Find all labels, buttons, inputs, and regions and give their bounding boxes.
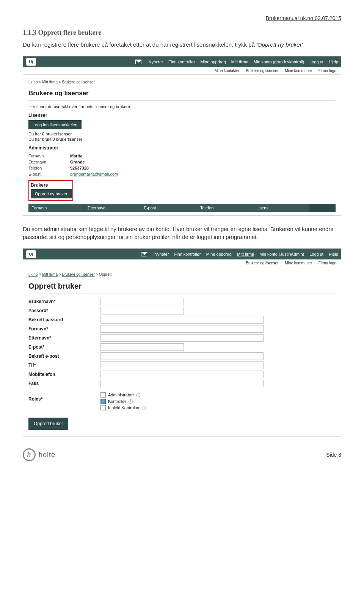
input-bekreft-passord[interactable]: [100, 316, 264, 324]
th-lisens: Lisens: [253, 204, 309, 212]
th-epost: E-post: [141, 204, 197, 212]
input-passord[interactable]: [100, 307, 184, 314]
input-tlf[interactable]: [100, 361, 264, 369]
nav-mine-oppdrag[interactable]: Mine oppdrag: [204, 249, 234, 259]
screenshot-brukere-og-lisenser: U( Nyheter Finn kontrollør Mine oppdrag …: [23, 56, 341, 215]
mail-icon[interactable]: [141, 252, 147, 256]
users-table-header: Fornavn Etternavn E-post Telefon Lisens: [28, 204, 336, 212]
nav-nyheter[interactable]: Nyheter: [146, 57, 166, 67]
role-admin-label: Administratorr: [108, 393, 134, 397]
administrator-label: Administrator: [28, 145, 336, 151]
checkbox-kontrollor[interactable]: ✓: [100, 399, 106, 404]
input-bekreft-epost[interactable]: [100, 352, 264, 360]
license-count-2: Du har brukt 0 brukerlisenser: [28, 137, 336, 141]
th-telefon: Telefon: [197, 204, 253, 212]
subnav-firma-logo[interactable]: Firma logo: [318, 261, 336, 265]
admin-epost-k: E-post: [28, 172, 70, 176]
label-fornavn: Fornavn*: [28, 326, 100, 332]
nav-finn-kontrollor[interactable]: Finn kontrollør: [166, 57, 198, 67]
nav-logg-ut[interactable]: Logg ut: [307, 249, 326, 259]
th-etternavn: Etternavn: [85, 204, 141, 212]
label-passord: Passord*: [28, 308, 100, 313]
admin-fornavn-v: Marita: [70, 154, 82, 158]
label-faks: Faks: [28, 381, 100, 386]
input-faks[interactable]: [100, 380, 264, 387]
intro-ref: 'Opprett ny bruker': [256, 41, 303, 48]
screenshot-opprett-bruker: U( Nyheter Finn kontrollør Mine oppdrag …: [23, 248, 341, 437]
opprett-ny-bruker-button[interactable]: Opprett ny bruker: [31, 189, 72, 198]
crumb-brukere[interactable]: Brukere og lisenser: [62, 272, 94, 277]
label-bekreft-epost: Bekreft e-post: [28, 354, 100, 359]
label-tlf: Tlf*: [28, 363, 100, 368]
app-header: U( Nyheter Finn kontrollør Mine oppdrag …: [23, 57, 341, 67]
intro-paragraph: Du kan registrere flere brukere på foret…: [23, 41, 341, 49]
input-fornavn[interactable]: [100, 325, 264, 333]
nav-nyheter[interactable]: Nyheter: [152, 249, 172, 259]
breadcrumb-2: uk.no > Mitt firma > Brukere og lisenser…: [28, 272, 336, 277]
info-icon[interactable]: i: [142, 406, 146, 410]
page-title: Brukere og lisenser: [28, 90, 336, 97]
legg-inn-lisens-button[interactable]: Legg inn lisensnøkkelen: [28, 120, 82, 129]
between-paragraph: Du som administrator kan legge til ny br…: [23, 225, 341, 241]
input-brukernavn[interactable]: [100, 298, 184, 305]
crumb-ukno[interactable]: uk.no: [28, 272, 38, 277]
subnav-2: Brukere og lisenser Mine kommuner Firma …: [23, 259, 341, 267]
info-icon[interactable]: i: [129, 399, 133, 404]
subnav: Mine kontakter Brukere og lisenser Mine …: [23, 67, 341, 75]
nav-min-konto[interactable]: Min konto (JustinAdmin): [257, 249, 307, 259]
nav-mine-oppdrag[interactable]: Mine oppdrag: [198, 57, 228, 67]
crumb-mitt-firma[interactable]: Mitt firma: [42, 80, 58, 84]
page-title-2: Opprett bruker: [28, 282, 336, 291]
nav-min-konto[interactable]: Min konto (grandeskontroll): [251, 57, 307, 67]
holte-logo-text: holte: [39, 451, 55, 459]
role-innleid-label: Innleid Kontrollør: [108, 405, 140, 410]
label-epost: E-post*: [28, 344, 100, 350]
label-roles: Roles*: [28, 391, 100, 402]
input-mobil[interactable]: [100, 371, 264, 378]
crumb-ukno[interactable]: uk.no: [28, 80, 38, 84]
label-etternavn: Etternavn*: [28, 335, 100, 341]
checkbox-innleid-kontrollor[interactable]: [100, 405, 106, 410]
subnav-mine-kommuner[interactable]: Mine kommuner: [285, 261, 312, 265]
subnav-brukere[interactable]: Brukere og lisenser: [246, 69, 278, 73]
admin-fornavn-k: Fornavn: [28, 154, 70, 158]
holte-logo-icon: h: [23, 448, 36, 461]
admin-telefon-k: Telefon: [28, 166, 70, 170]
uk-logo: U(: [26, 250, 36, 258]
subnav-mine-kommuner[interactable]: Mine kommuner: [285, 69, 312, 73]
subnav-mine-kontakter[interactable]: Mine kontakter: [215, 69, 240, 73]
input-etternavn[interactable]: [100, 334, 264, 342]
doc-header: Brukermanual uk.no 03.07.2015: [23, 15, 341, 21]
app-header-2: U( Nyheter Finn kontrollør Mine oppdrag …: [23, 249, 341, 259]
subnav-firma-logo[interactable]: Firma logo: [318, 69, 336, 73]
divider: [28, 294, 336, 294]
mail-icon[interactable]: [135, 60, 141, 64]
opprett-bruker-submit-button[interactable]: Opprett bruker: [28, 418, 68, 430]
label-mobil: Mobiltelefon: [28, 372, 100, 377]
th-actions: [309, 204, 336, 212]
label-brukernavn: Brukernavn*: [28, 299, 100, 304]
admin-etternavn-v: Grande: [70, 160, 85, 164]
crumb-current: Opprett: [99, 272, 111, 277]
nav-hjelp[interactable]: Hjelp: [326, 57, 341, 67]
subnav-brukere[interactable]: Brukere og lisenser: [246, 261, 278, 265]
breadcrumb: uk.no > Mitt firma > Brukere og lisenser: [28, 80, 336, 84]
info-icon[interactable]: i: [136, 393, 140, 397]
nav-logg-ut[interactable]: Logg ut: [307, 57, 326, 67]
admin-epost-v[interactable]: grandemarita@gmail.com: [70, 172, 118, 176]
input-epost[interactable]: [100, 343, 184, 351]
page-number: Side 8: [326, 452, 341, 458]
holte-logo: h holte: [23, 448, 55, 461]
admin-telefon-v: 92637328: [70, 166, 89, 170]
crumb-mitt-firma[interactable]: Mitt firma: [42, 272, 58, 277]
nav-hjelp[interactable]: Hjelp: [326, 249, 341, 259]
intro-text: Du kan registrere flere brukere på foret…: [23, 41, 256, 48]
nav-mitt-firma[interactable]: Mitt firma: [234, 249, 257, 259]
nav-mitt-firma[interactable]: Mitt firma: [229, 57, 251, 67]
lisenser-label: Lisenser: [28, 113, 336, 118]
th-fornavn: Fornavn: [28, 204, 85, 212]
brukere-label: Brukere: [31, 182, 72, 188]
highlight-opprett-bruker: Brukere Opprett ny bruker: [28, 180, 73, 201]
nav-finn-kontrollor[interactable]: Finn kontrollør: [171, 249, 203, 259]
checkbox-administrator[interactable]: [100, 392, 106, 398]
